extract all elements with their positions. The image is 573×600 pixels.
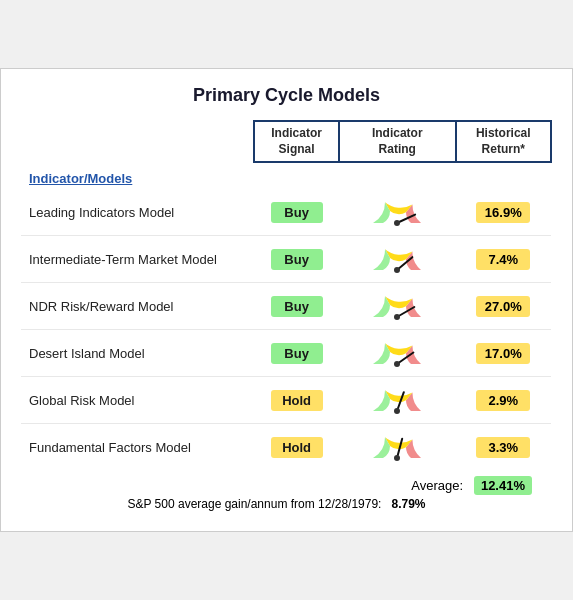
average-row: Average: 12.41% xyxy=(21,478,532,493)
card-title: Primary Cycle Models xyxy=(21,85,552,106)
svg-point-1 xyxy=(394,220,400,226)
return-cell: 27.0% xyxy=(456,283,551,330)
signal-cell: Buy xyxy=(254,236,339,283)
average-label: Average: xyxy=(411,478,463,493)
svg-point-7 xyxy=(394,361,400,367)
gauge-cell xyxy=(339,377,456,424)
signal-cell: Buy xyxy=(254,189,339,236)
header-signal: IndicatorSignal xyxy=(254,121,339,162)
average-value: 12.41% xyxy=(474,476,532,495)
return-cell: 3.3% xyxy=(456,424,551,471)
model-name: Intermediate-Term Market Model xyxy=(21,236,254,283)
sp500-value: 8.79% xyxy=(391,497,425,511)
gauge-cell xyxy=(339,330,456,377)
header-model xyxy=(21,121,254,162)
return-cell: 7.4% xyxy=(456,236,551,283)
svg-point-3 xyxy=(394,267,400,273)
header-rating: IndicatorRating xyxy=(339,121,456,162)
signal-cell: Buy xyxy=(254,330,339,377)
header-return: HistoricalReturn* xyxy=(456,121,551,162)
sp500-row: S&P 500 average gain/annum from 12/28/19… xyxy=(21,497,532,511)
model-name: Desert Island Model xyxy=(21,330,254,377)
svg-point-11 xyxy=(394,455,400,461)
signal-cell: Hold xyxy=(254,424,339,471)
signal-cell: Hold xyxy=(254,377,339,424)
return-cell: 17.0% xyxy=(456,330,551,377)
signal-cell: Buy xyxy=(254,283,339,330)
sp500-label: S&P 500 average gain/annum from 12/28/19… xyxy=(127,497,381,511)
gauge-cell xyxy=(339,424,456,471)
model-name: Leading Indicators Model xyxy=(21,189,254,236)
section-label: Indicator/Models xyxy=(29,171,132,186)
gauge-cell xyxy=(339,236,456,283)
return-cell: 2.9% xyxy=(456,377,551,424)
svg-point-5 xyxy=(394,314,400,320)
svg-point-9 xyxy=(394,408,400,414)
return-cell: 16.9% xyxy=(456,189,551,236)
primary-cycle-models-card: Primary Cycle Models IndicatorSignal Ind… xyxy=(0,68,573,532)
model-name: NDR Risk/Reward Model xyxy=(21,283,254,330)
gauge-cell xyxy=(339,283,456,330)
model-name: Fundamental Factors Model xyxy=(21,424,254,471)
gauge-cell xyxy=(339,189,456,236)
model-name: Global Risk Model xyxy=(21,377,254,424)
